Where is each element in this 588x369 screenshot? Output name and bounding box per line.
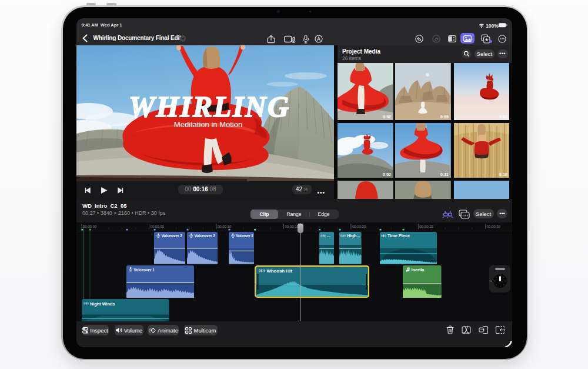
svg-text:Voiceover 3: Voiceover 3	[236, 234, 253, 238]
svg-text:0:02: 0:02	[499, 115, 507, 119]
svg-text:WHIRLING: WHIRLING	[129, 90, 289, 123]
svg-text:00:00:10: 00:00:10	[218, 225, 232, 228]
svg-text:100%: 100%	[486, 23, 499, 28]
svg-text:Night Winds: Night Winds	[90, 301, 115, 306]
svg-text:0:31: 0:31	[440, 172, 449, 176]
svg-text:Meditation in Motion: Meditation in Motion	[173, 120, 242, 129]
svg-text:00:00:30: 00:00:30	[486, 225, 500, 228]
svg-text:...: ...	[327, 233, 330, 238]
svg-text:0:09: 0:09	[440, 114, 449, 118]
svg-text:Voiceover 2: Voiceover 2	[195, 234, 216, 238]
svg-text:0:02: 0:02	[383, 115, 391, 119]
svg-text:Whoosh Hit: Whoosh Hit	[266, 268, 292, 274]
svg-text:0:02: 0:02	[383, 172, 391, 177]
svg-text:Time Piece: Time Piece	[387, 233, 410, 238]
svg-text:High...: High...	[347, 233, 360, 238]
svg-text:Voiceover 2: Voiceover 2	[162, 234, 183, 238]
svg-text:Voiceover 1: Voiceover 1	[134, 268, 155, 272]
svg-text:0:10: 0:10	[499, 172, 507, 177]
svg-text:Inertia: Inertia	[412, 267, 425, 272]
svg-text:00:00:05: 00:00:05	[150, 225, 164, 228]
